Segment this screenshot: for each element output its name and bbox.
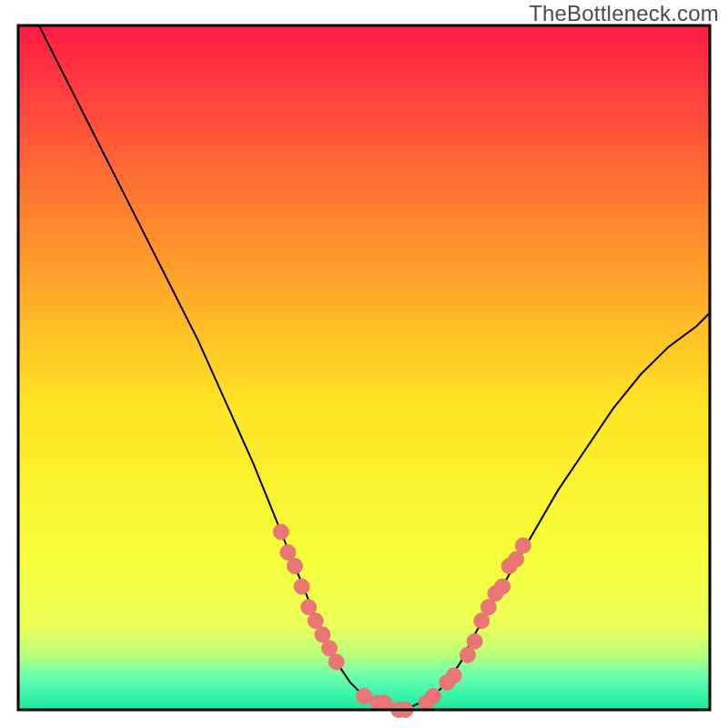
curve-dot [480, 600, 496, 615]
plot-background [18, 25, 710, 710]
curve-dot [280, 545, 296, 561]
curve-dot [315, 627, 330, 642]
curve-dot [273, 524, 288, 540]
curve-dot [357, 689, 372, 704]
curve-dot [301, 600, 317, 615]
curve-dot [308, 613, 323, 629]
curve-dot [495, 579, 511, 594]
curve-dot [515, 538, 531, 553]
chart-frame: TheBottleneck.com [0, 0, 728, 728]
curve-dot [377, 695, 392, 711]
curve-dot [446, 668, 461, 683]
curve-dot [329, 654, 344, 670]
curve-dot [467, 633, 482, 649]
watermark-text: TheBottleneck.com [529, 1, 719, 26]
curve-dot [426, 689, 441, 704]
curve-dot [509, 551, 524, 567]
curve-dot [294, 579, 309, 594]
curve-dot [460, 647, 476, 662]
curve-dot [474, 613, 490, 629]
chart-svg [0, 0, 728, 728]
curve-dot [288, 559, 303, 574]
curve-dot [322, 641, 338, 656]
